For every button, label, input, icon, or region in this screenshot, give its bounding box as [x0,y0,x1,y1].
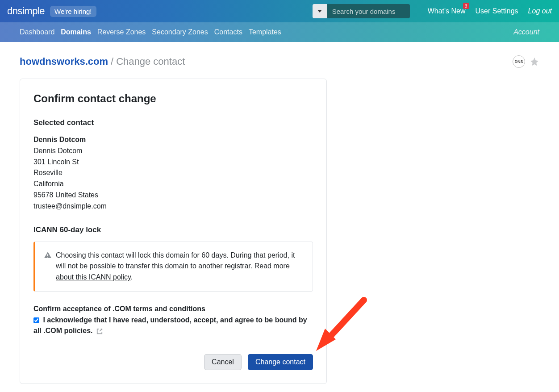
breadcrumb-domain-link[interactable]: howdnsworks.com [20,56,108,67]
terms-section: Confirm acceptance of .COM terms and con… [33,305,313,336]
cancel-button[interactable]: Cancel [204,354,242,370]
contact-state: California [33,179,313,190]
external-link-icon[interactable] [96,328,103,334]
whats-new-label: What's New [428,7,466,15]
chevron-down-icon [317,10,322,13]
change-contact-button[interactable]: Change contact [248,354,313,370]
hiring-badge[interactable]: We're hiring! [50,6,96,17]
confirm-card: Confirm contact change Selected contact … [20,79,327,384]
notification-badge: 3 [463,3,469,9]
terms-label[interactable]: I acknowledge that I have read, understo… [33,316,307,334]
nav-secondary-zones[interactable]: Secondary Zones [152,28,208,36]
nav-account[interactable]: Account [513,28,539,36]
contact-email: trustee@dnsimple.com [33,201,313,212]
breadcrumb-separator: / [111,56,113,67]
nav-templates[interactable]: Templates [249,28,281,36]
search-wrap [313,4,410,18]
actions: Cancel Change contact [33,354,313,370]
icann-section: ICANN 60-day lock Choosing this contact … [33,225,313,292]
terms-checkbox[interactable] [33,317,39,323]
user-settings-link[interactable]: User Settings [476,7,518,15]
breadcrumb-current: Change contact [116,56,185,67]
card-title: Confirm contact change [33,92,313,105]
terms-heading: Confirm acceptance of .COM terms and con… [33,305,313,313]
icann-heading: ICANN 60-day lock [33,225,313,234]
breadcrumb: howdnsworks.com / Change contact DNS [20,55,539,68]
nav-contacts[interactable]: Contacts [214,28,242,36]
icann-alert: Choosing this contact will lock this dom… [33,242,313,292]
warning-icon [44,251,51,259]
search-input[interactable] [327,4,410,18]
whats-new-link[interactable]: What's New 3 [428,7,466,15]
contact-info: Dennis Dotcom Dennis Dotcom 301 Lincoln … [33,134,313,212]
nav-dashboard[interactable]: Dashboard [20,28,54,36]
nav-domains[interactable]: Domains [61,28,91,36]
logout-link[interactable]: Log out [528,7,552,15]
search-filter-dropdown[interactable] [313,4,327,18]
top-header: dnsimple We're hiring! What's New 3 User… [0,0,559,22]
contact-org: Dennis Dotcom [33,146,313,157]
page-container: howdnsworks.com / Change contact DNS Con… [0,42,559,392]
dns-badge: DNS [513,55,525,68]
contact-zip-country: 95678 United States [33,190,313,201]
contact-city: Roseville [33,167,313,179]
nav-reverse-zones[interactable]: Reverse Zones [97,28,146,36]
sub-nav: Dashboard Domains Reverse Zones Secondar… [0,22,559,42]
star-icon[interactable] [530,57,539,67]
logo[interactable]: dnsimple [7,5,45,17]
contact-street: 301 Lincoln St [33,157,313,168]
selected-contact-heading: Selected contact [33,118,313,127]
contact-name: Dennis Dotcom [33,134,313,146]
